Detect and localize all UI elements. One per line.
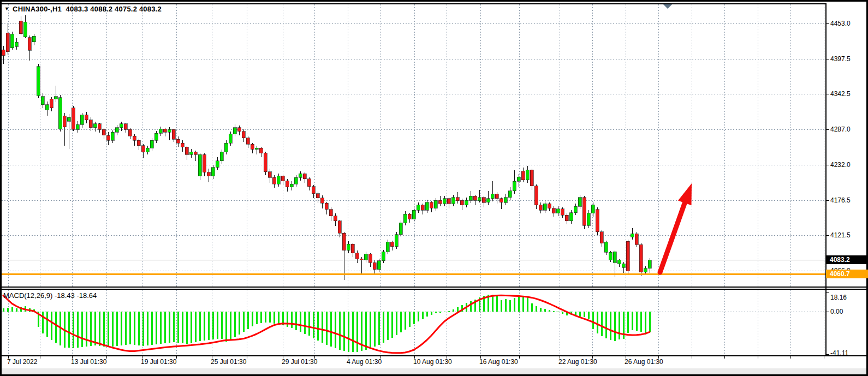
price-axis-label: 4342.5 xyxy=(830,90,851,98)
symbol-dropdown-icon[interactable]: ▼ xyxy=(4,6,9,11)
time-axis-label: 7 Jul 2022 xyxy=(7,358,37,366)
chart-shift-marker-icon[interactable] xyxy=(663,4,672,9)
symbol-ohlc-values: 4083.3 4088.2 4075.2 4083.2 xyxy=(66,5,162,13)
time-axis-label: 16 Aug 01:30 xyxy=(479,358,518,366)
time-axis-label: 29 Jul 01:30 xyxy=(282,358,317,366)
price-axis-label: 4176.5 xyxy=(830,196,851,204)
trend-arrow[interactable] xyxy=(660,183,692,272)
time-axis-label: 10 Aug 01:30 xyxy=(413,358,452,366)
macd-level-label: -41.11 xyxy=(830,349,848,357)
time-axis-label: 4 Aug 01:30 xyxy=(347,358,382,366)
macd-level-label: 18.16 xyxy=(830,294,847,301)
price-axis-label: 4232.0 xyxy=(830,161,851,169)
symbol-info: ▼CHINA300-,H1 4083.3 4088.2 4075.2 4083.… xyxy=(4,5,162,13)
time-axis-label: 22 Aug 01:30 xyxy=(558,358,597,366)
macd-indicator-label: MACD(12,26,9) -18.43 -18.64 xyxy=(3,291,97,300)
price-axis-label: 4287.0 xyxy=(830,126,851,133)
candles xyxy=(2,21,651,272)
time-axis-label: 26 Aug 01:30 xyxy=(625,358,663,366)
time-axis-label: 25 Jul 01:30 xyxy=(211,358,246,366)
grid-lines xyxy=(2,4,825,355)
axis-ticks xyxy=(8,23,829,359)
chart-canvas[interactable] xyxy=(0,0,868,376)
candle-wicks xyxy=(4,15,650,280)
macd-level-label: 0.00 xyxy=(830,308,843,315)
symbol-name: CHINA300-,H1 xyxy=(13,5,62,13)
trading-chart-window: ▼CHINA300-,H1 4083.3 4088.2 4075.2 4083.… xyxy=(0,0,868,376)
bid-price-tag: 4083.2 xyxy=(826,255,868,264)
price-axis-label: 4397.5 xyxy=(830,55,851,63)
price-axis-label: 4121.5 xyxy=(830,231,851,239)
hline-price-tag: 4060.7 xyxy=(826,270,868,278)
price-axis-label: 4453.0 xyxy=(830,20,851,27)
time-axis-label: 13 Jul 01:30 xyxy=(71,358,106,366)
time-axis-label: 19 Jul 01:30 xyxy=(141,358,176,366)
